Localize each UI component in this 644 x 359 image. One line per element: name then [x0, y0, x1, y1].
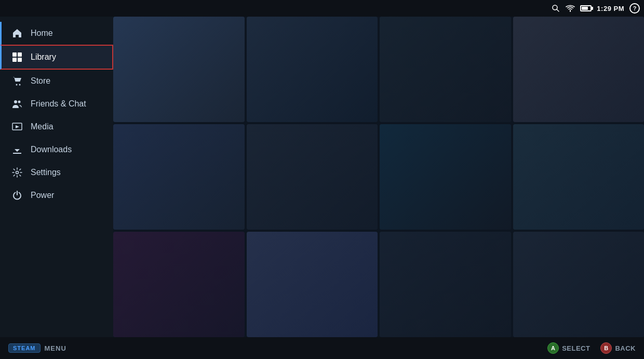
downloads-icon — [12, 144, 22, 155]
game-card[interactable] — [513, 17, 645, 122]
library-icon — [12, 52, 22, 62]
sidebar-item-media[interactable]: Media — [0, 115, 113, 138]
settings-icon — [12, 167, 22, 178]
status-bar: 1:29 PM ? — [0, 0, 644, 17]
svg-point-6 — [16, 84, 18, 86]
power-icon — [12, 190, 22, 201]
sidebar: Home Library Store — [0, 17, 113, 337]
game-card[interactable] — [380, 232, 511, 337]
steam-badge: STEAM — [8, 343, 41, 353]
svg-point-9 — [18, 101, 21, 103]
menu-label: MENU — [45, 344, 66, 352]
search-icon[interactable] — [551, 4, 560, 13]
friends-icon — [12, 99, 22, 109]
media-icon — [12, 122, 22, 132]
b-button: B — [600, 342, 612, 354]
game-card[interactable] — [113, 232, 245, 337]
game-card[interactable] — [247, 17, 378, 122]
controller-hints: A SELECT B BACK — [547, 342, 636, 354]
game-card[interactable] — [247, 232, 378, 337]
sidebar-item-store[interactable]: Store — [0, 70, 113, 92]
svg-rect-3 — [18, 52, 22, 57]
store-icon — [12, 76, 22, 86]
svg-rect-4 — [12, 58, 17, 62]
game-card[interactable] — [513, 232, 645, 337]
status-icons: 1:29 PM ? — [551, 3, 640, 14]
steam-menu-button[interactable]: STEAM MENU — [8, 343, 66, 353]
svg-point-8 — [14, 100, 17, 103]
sidebar-item-library[interactable]: Library — [0, 45, 113, 70]
sidebar-label-downloads: Downloads — [31, 145, 72, 154]
home-icon — [12, 28, 22, 38]
game-card[interactable] — [513, 124, 645, 230]
back-label: BACK — [615, 344, 636, 352]
sidebar-label-settings: Settings — [31, 168, 61, 177]
sidebar-item-settings[interactable]: Settings — [0, 161, 113, 184]
game-card[interactable] — [247, 124, 378, 230]
hint-back: B BACK — [600, 342, 636, 354]
help-button[interactable]: ? — [629, 3, 640, 14]
game-grid — [113, 17, 644, 337]
svg-rect-2 — [12, 52, 17, 57]
svg-point-12 — [16, 171, 19, 174]
game-card[interactable] — [113, 17, 245, 122]
bottom-bar: STEAM MENU A SELECT B BACK — [0, 337, 644, 359]
sidebar-label-power: Power — [31, 191, 54, 200]
sidebar-label-media: Media — [31, 122, 53, 131]
game-card[interactable] — [380, 124, 511, 230]
sidebar-item-friends[interactable]: Friends & Chat — [0, 92, 113, 115]
game-card[interactable] — [113, 124, 245, 230]
game-card[interactable] — [380, 17, 511, 122]
sidebar-item-power[interactable]: Power — [0, 184, 113, 207]
svg-rect-5 — [18, 58, 22, 62]
hint-select: A SELECT — [547, 342, 590, 354]
select-label: SELECT — [562, 344, 590, 352]
svg-marker-11 — [16, 125, 19, 128]
sidebar-item-home[interactable]: Home — [0, 22, 113, 45]
time-display: 1:29 PM — [597, 5, 624, 12]
sidebar-label-friends: Friends & Chat — [31, 99, 86, 109]
sidebar-label-home: Home — [31, 29, 53, 38]
svg-point-7 — [19, 84, 21, 86]
wifi-icon — [566, 4, 575, 13]
main-content — [113, 17, 644, 337]
sidebar-label-store: Store — [31, 76, 50, 86]
svg-line-1 — [557, 9, 559, 11]
sidebar-label-library: Library — [31, 52, 56, 62]
a-button: A — [547, 342, 559, 354]
sidebar-item-downloads[interactable]: Downloads — [0, 138, 113, 161]
battery-icon — [580, 5, 592, 11]
